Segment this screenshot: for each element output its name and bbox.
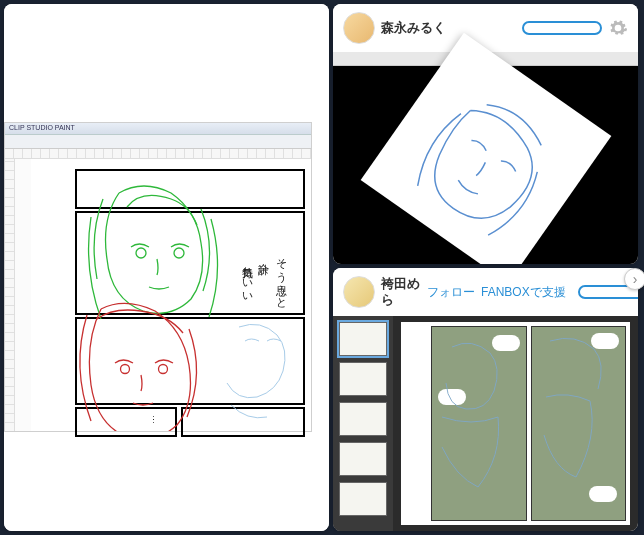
page-info-strip: [405, 326, 427, 521]
follow-link[interactable]: フォロー: [427, 285, 475, 299]
avatar[interactable]: [343, 12, 375, 44]
drawing-app-window: CLIP STUDIO PAINT: [4, 122, 312, 432]
sketch-layer: [432, 327, 526, 520]
page-thumbnails: [333, 316, 393, 531]
username[interactable]: 袴田めら: [381, 276, 421, 307]
main-stream-card: CLIP STUDIO PAINT: [4, 4, 329, 531]
rotated-canvas: [360, 33, 611, 264]
page-thumb[interactable]: [339, 442, 387, 476]
manga-spread: [401, 322, 630, 525]
svg-point-0: [136, 248, 146, 258]
svg-point-3: [159, 365, 168, 374]
stream-header: 森永みるく: [333, 4, 638, 52]
page-thumb[interactable]: [339, 322, 387, 356]
username[interactable]: 森永みるく: [381, 19, 446, 37]
avatar[interactable]: [343, 276, 375, 308]
stream-preview[interactable]: [333, 316, 638, 531]
canvas: そう思うと 余計 気持ちいい …: [31, 159, 311, 431]
dialogue-text: そう思うと: [274, 251, 289, 303]
svg-point-2: [121, 365, 130, 374]
dialogue-text: 気持ちいい: [240, 259, 255, 298]
page-thumb[interactable]: [339, 362, 387, 396]
app-toolbar: [5, 135, 311, 149]
page-thumb[interactable]: [339, 402, 387, 436]
main-stream-preview: CLIP STUDIO PAINT: [4, 4, 329, 531]
sketch-layer: [532, 327, 626, 520]
chevron-right-icon: ›: [633, 271, 638, 287]
ruler-vertical: [5, 159, 15, 431]
stream-card[interactable]: 森永みるく: [333, 4, 638, 264]
page-thumb[interactable]: [339, 482, 387, 516]
manga-panel-right: [531, 326, 627, 521]
gear-icon[interactable]: [608, 18, 628, 38]
dialogue-text: …: [151, 415, 161, 424]
next-page-button[interactable]: ›: [624, 268, 644, 290]
svg-point-1: [174, 248, 184, 258]
stream-card[interactable]: 袴田めら フォロー FANBOXで支援: [333, 268, 638, 531]
ruler-horizontal: [5, 149, 311, 159]
fanbox-support-link[interactable]: FANBOXで支援: [481, 285, 566, 299]
manga-panel-left: [431, 326, 527, 521]
progress-bar: [522, 21, 602, 35]
stream-header: 袴田めら フォロー FANBOXで支援: [333, 268, 638, 316]
stream-preview[interactable]: [333, 52, 638, 264]
app-titlebar: CLIP STUDIO PAINT: [5, 123, 311, 135]
sketch-layer: [31, 159, 311, 431]
